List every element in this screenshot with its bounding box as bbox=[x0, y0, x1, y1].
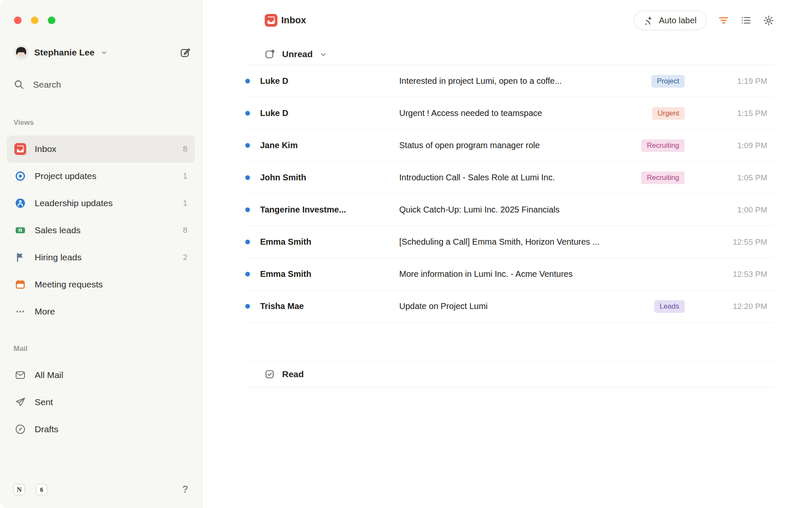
read-section-header[interactable]: Read bbox=[245, 361, 774, 387]
chevron-down-icon bbox=[101, 49, 107, 56]
unread-dot bbox=[245, 79, 250, 83]
sidebar-item-count: 1 bbox=[183, 199, 187, 208]
email-time: 1:09 PM bbox=[685, 141, 767, 150]
sidebar-item-label: Sales leads bbox=[35, 225, 81, 235]
email-row[interactable]: Emma Smith More information in Lumi Inc.… bbox=[245, 258, 774, 290]
email-sender: Emma Smith bbox=[260, 269, 399, 279]
person-icon bbox=[14, 197, 26, 209]
sidebar-item-label: Sent bbox=[35, 397, 53, 407]
unread-dot bbox=[245, 207, 250, 212]
email-time: 12:53 PM bbox=[685, 270, 767, 279]
email-time: 1:00 PM bbox=[685, 205, 767, 215]
email-sender: Luke D bbox=[260, 108, 399, 118]
close-window-button[interactable] bbox=[14, 17, 22, 24]
draft-icon bbox=[14, 423, 26, 435]
calendar-icon bbox=[14, 279, 26, 290]
sidebar-item-more[interactable]: More bbox=[7, 298, 195, 325]
email-row[interactable]: Trisha Mae Update on Project Lumi Leads … bbox=[245, 290, 774, 323]
sidebar-item-label: Drafts bbox=[35, 424, 58, 434]
read-section-label: Read bbox=[282, 369, 304, 379]
email-subject: [Scheduling a Call] Emma Smith, Horizon … bbox=[399, 237, 685, 247]
search-icon bbox=[14, 79, 25, 90]
sidebar-item-label: Hiring leads bbox=[35, 252, 82, 262]
sidebar-item-count: 8 bbox=[183, 226, 187, 235]
email-subject: Interested in project Lumi, open to a co… bbox=[399, 76, 651, 86]
sidebar-item-count: 2 bbox=[183, 253, 187, 262]
email-row[interactable]: Jane Kim Status of open program manager … bbox=[245, 130, 774, 162]
search-label: Search bbox=[33, 80, 61, 90]
email-time: 1:15 PM bbox=[685, 109, 767, 118]
unread-icon bbox=[265, 49, 275, 59]
sidebar-item-sent[interactable]: Sent bbox=[7, 389, 195, 416]
email-row[interactable]: Emma Smith [Scheduling a Call] Emma Smit… bbox=[245, 226, 774, 258]
email-sender: Trisha Mae bbox=[260, 301, 399, 311]
zoom-window-button[interactable] bbox=[48, 17, 55, 24]
notion-app-icon[interactable]: N bbox=[14, 484, 25, 495]
email-sender: Tangerine Investme... bbox=[260, 205, 399, 215]
search-button[interactable]: Search bbox=[7, 75, 195, 95]
email-subject: Quick Catch-Up: Lumi Inc. 2025 Financial… bbox=[399, 205, 685, 215]
unread-dot bbox=[245, 272, 250, 276]
sidebar-item-all-mail[interactable]: All Mail bbox=[7, 362, 195, 389]
main-panel: Inbox Auto label bbox=[202, 0, 812, 508]
sidebar-item-leadership-updates[interactable]: Leadership updates 1 bbox=[7, 190, 195, 217]
sidebar-item-inbox[interactable]: Inbox 8 bbox=[7, 135, 195, 163]
sidebar-item-count: 8 bbox=[183, 144, 187, 154]
sidebar-item-label: Inbox bbox=[35, 144, 56, 154]
unread-dot bbox=[245, 304, 250, 309]
sparkle-wand-icon bbox=[644, 15, 654, 25]
avatar bbox=[14, 45, 29, 60]
ellipsis-icon bbox=[14, 306, 26, 318]
unread-dot bbox=[245, 111, 250, 116]
unread-section-label: Unread bbox=[282, 49, 313, 59]
sidebar-item-label: Project updates bbox=[35, 171, 96, 181]
email-subject: Status of open program manager role bbox=[399, 141, 641, 150]
banknote-icon bbox=[14, 224, 26, 236]
email-subject: More information in Lumi Inc. - Acme Ven… bbox=[399, 269, 685, 279]
mail-section-title: Mail bbox=[14, 345, 188, 353]
email-tag-badge: Urgent bbox=[652, 107, 685, 120]
minimize-window-button[interactable] bbox=[31, 17, 38, 24]
email-tag-badge: Project bbox=[651, 75, 685, 88]
inbox-icon bbox=[14, 143, 26, 155]
help-icon[interactable]: ? bbox=[182, 484, 188, 495]
sidebar-item-drafts[interactable]: Drafts bbox=[7, 416, 195, 443]
list-view-button[interactable] bbox=[741, 15, 752, 26]
sidebar-item-label: Meeting requests bbox=[35, 279, 103, 290]
email-time: 1:05 PM bbox=[685, 173, 767, 182]
filter-button[interactable] bbox=[718, 15, 729, 26]
unread-dot bbox=[245, 143, 250, 148]
sidebar-item-meeting-requests[interactable]: Meeting requests bbox=[7, 271, 195, 298]
sidebar-footer: N 6 ? bbox=[14, 484, 188, 495]
email-tag-badge: Recruiting bbox=[641, 139, 685, 152]
email-sender: Emma Smith bbox=[260, 237, 399, 247]
sidebar-item-sales-leads[interactable]: Sales leads 8 bbox=[7, 217, 195, 244]
unread-section-header[interactable]: Unread bbox=[245, 41, 774, 65]
sidebar-item-project-updates[interactable]: Project updates 1 bbox=[7, 163, 195, 190]
sidebar-item-hiring-leads[interactable]: Hiring leads 2 bbox=[7, 244, 195, 271]
email-tag-badge: Leads bbox=[654, 300, 685, 313]
email-row[interactable]: John Smith Introduction Call - Sales Rol… bbox=[245, 162, 774, 194]
sidebar-item-label: All Mail bbox=[35, 370, 63, 380]
email-sender: John Smith bbox=[260, 173, 399, 182]
email-time: 12:20 PM bbox=[685, 302, 767, 311]
auto-label-button[interactable]: Auto label bbox=[634, 11, 707, 30]
account-switcher[interactable]: Stephanie Lee bbox=[7, 42, 195, 63]
unread-dot bbox=[245, 240, 250, 244]
mail-icon bbox=[14, 369, 26, 381]
target-icon bbox=[14, 170, 26, 182]
email-subject: Urgent ! Access needed to teamspace bbox=[399, 108, 652, 118]
email-row[interactable]: Luke D Urgent ! Access needed to teamspa… bbox=[245, 97, 774, 130]
send-icon bbox=[14, 396, 26, 408]
compose-button[interactable] bbox=[180, 47, 191, 58]
settings-gear-icon[interactable] bbox=[763, 15, 774, 26]
email-row[interactable]: Luke D Interested in project Lumi, open … bbox=[245, 65, 774, 97]
auto-label-button-label: Auto label bbox=[659, 16, 697, 25]
calendar-app-icon[interactable]: 6 bbox=[36, 484, 47, 495]
inbox-icon bbox=[265, 14, 277, 27]
page-title: Inbox bbox=[281, 15, 306, 26]
mail-app-window: Stephanie Lee Search Views bbox=[0, 0, 812, 508]
chevron-down-icon bbox=[320, 51, 327, 58]
email-row[interactable]: Tangerine Investme... Quick Catch-Up: Lu… bbox=[245, 194, 774, 226]
sidebar: Stephanie Lee Search Views bbox=[0, 0, 202, 508]
